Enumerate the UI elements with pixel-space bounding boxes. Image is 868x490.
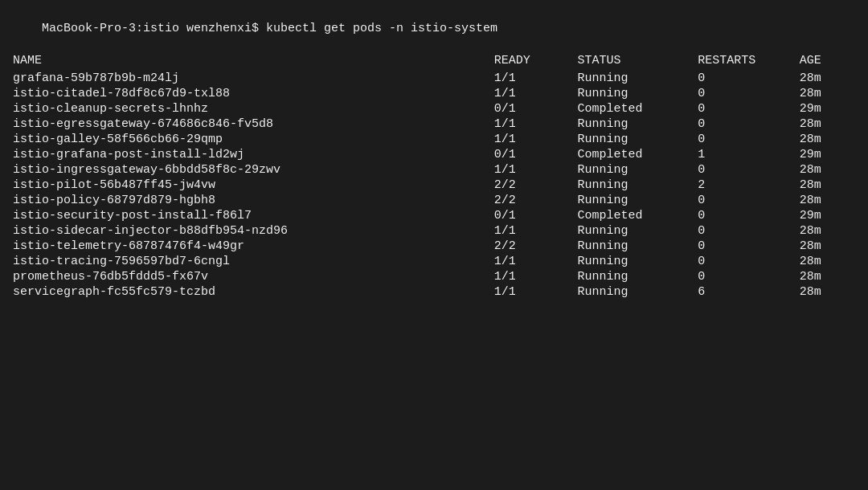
pod-ready: 1/1 xyxy=(494,71,578,86)
pod-ready: 0/1 xyxy=(494,101,578,116)
pod-status: Completed xyxy=(577,208,698,223)
pod-ready: 1/1 xyxy=(494,116,578,132)
pod-restarts: 0 xyxy=(698,101,800,116)
table-row: servicegraph-fc55fc579-tczbd 1/1 Running… xyxy=(13,284,855,300)
pod-name: istio-ingressgateway-6bbdd58f8c-29zwv xyxy=(13,162,494,178)
table-row: istio-egressgateway-674686c846-fv5d8 1/1… xyxy=(13,116,855,132)
pod-name: istio-sidecar-injector-b88dfb954-nzd96 xyxy=(13,223,494,239)
pod-status: Running xyxy=(577,162,698,178)
pod-restarts: 0 xyxy=(698,208,800,223)
pod-restarts: 0 xyxy=(698,116,800,132)
col-header-ready: READY xyxy=(494,54,578,71)
pod-ready: 1/1 xyxy=(494,86,578,101)
pod-age: 29m xyxy=(800,208,855,223)
pod-age: 28m xyxy=(800,178,855,193)
pod-name: istio-policy-68797d879-hgbh8 xyxy=(13,193,494,208)
pod-restarts: 0 xyxy=(698,162,800,178)
pod-status: Running xyxy=(577,239,698,254)
pod-ready: 1/1 xyxy=(494,269,578,284)
table-row: istio-security-post-install-f86l7 0/1 Co… xyxy=(13,208,855,223)
col-header-status: STATUS xyxy=(577,54,698,71)
pod-age: 29m xyxy=(800,101,855,116)
table-row: istio-citadel-78df8c67d9-txl88 1/1 Runni… xyxy=(13,86,855,101)
pod-age: 28m xyxy=(800,239,855,254)
pod-status: Running xyxy=(577,178,698,193)
table-row: grafana-59b787b9b-m24lj 1/1 Running 0 28… xyxy=(13,71,855,86)
pod-ready: 0/1 xyxy=(494,147,578,162)
pod-status: Running xyxy=(577,86,698,101)
prompt-line: MacBook-Pro-3:istio wenzhenxi$ kubectl g… xyxy=(13,8,855,49)
pod-status: Completed xyxy=(577,101,698,116)
pod-age: 29m xyxy=(800,147,855,162)
pod-status: Running xyxy=(577,223,698,239)
pod-ready: 1/1 xyxy=(494,223,578,239)
pod-restarts: 6 xyxy=(698,284,800,300)
pod-name: istio-grafana-post-install-ld2wj xyxy=(13,147,494,162)
table-row: istio-telemetry-68787476f4-w49gr 2/2 Run… xyxy=(13,239,855,254)
pod-name: istio-cleanup-secrets-lhnhz xyxy=(13,101,494,116)
pod-age: 28m xyxy=(800,71,855,86)
pod-age: 28m xyxy=(800,162,855,178)
table-row: istio-policy-68797d879-hgbh8 2/2 Running… xyxy=(13,193,855,208)
pod-age: 28m xyxy=(800,269,855,284)
col-header-name: NAME xyxy=(13,54,494,71)
table-row: istio-cleanup-secrets-lhnhz 0/1 Complete… xyxy=(13,101,855,116)
pod-name: istio-security-post-install-f86l7 xyxy=(13,208,494,223)
pod-age: 28m xyxy=(800,284,855,300)
col-header-age: AGE xyxy=(800,54,855,71)
pods-table: NAME READY STATUS RESTARTS AGE grafana-5… xyxy=(13,54,855,300)
pod-status: Completed xyxy=(577,147,698,162)
prompt-text: MacBook-Pro-3:istio wenzhenxi$ kubectl g… xyxy=(42,22,497,35)
pod-restarts: 1 xyxy=(698,147,800,162)
table-row: istio-pilot-56b487ff45-jw4vw 2/2 Running… xyxy=(13,178,855,193)
pod-name: prometheus-76db5fddd5-fx67v xyxy=(13,269,494,284)
pod-name: istio-tracing-7596597bd7-6cngl xyxy=(13,254,494,269)
pod-restarts: 0 xyxy=(698,223,800,239)
pod-restarts: 0 xyxy=(698,86,800,101)
pod-age: 28m xyxy=(800,223,855,239)
pod-restarts: 0 xyxy=(698,193,800,208)
pod-name: grafana-59b787b9b-m24lj xyxy=(13,71,494,86)
pod-age: 28m xyxy=(800,86,855,101)
terminal: MacBook-Pro-3:istio wenzhenxi$ kubectl g… xyxy=(0,0,868,490)
pod-status: Running xyxy=(577,116,698,132)
table-row: istio-sidecar-injector-b88dfb954-nzd96 1… xyxy=(13,223,855,239)
pod-ready: 2/2 xyxy=(494,239,578,254)
pod-restarts: 0 xyxy=(698,254,800,269)
table-row: istio-ingressgateway-6bbdd58f8c-29zwv 1/… xyxy=(13,162,855,178)
pod-restarts: 2 xyxy=(698,178,800,193)
pod-ready: 1/1 xyxy=(494,284,578,300)
pod-ready: 1/1 xyxy=(494,132,578,147)
pod-ready: 0/1 xyxy=(494,208,578,223)
pod-name: servicegraph-fc55fc579-tczbd xyxy=(13,284,494,300)
table-row: istio-galley-58f566cb66-29qmp 1/1 Runnin… xyxy=(13,132,855,147)
pod-name: istio-pilot-56b487ff45-jw4vw xyxy=(13,178,494,193)
pod-name: istio-telemetry-68787476f4-w49gr xyxy=(13,239,494,254)
table-row: istio-grafana-post-install-ld2wj 0/1 Com… xyxy=(13,147,855,162)
col-header-restarts: RESTARTS xyxy=(698,54,800,71)
pod-age: 28m xyxy=(800,116,855,132)
pod-name: istio-galley-58f566cb66-29qmp xyxy=(13,132,494,147)
pod-age: 28m xyxy=(800,254,855,269)
pod-name: istio-egressgateway-674686c846-fv5d8 xyxy=(13,116,494,132)
pod-ready: 2/2 xyxy=(494,178,578,193)
pod-status: Running xyxy=(577,71,698,86)
pod-status: Running xyxy=(577,254,698,269)
pod-restarts: 0 xyxy=(698,269,800,284)
pod-age: 28m xyxy=(800,132,855,147)
table-row: prometheus-76db5fddd5-fx67v 1/1 Running … xyxy=(13,269,855,284)
pod-restarts: 0 xyxy=(698,71,800,86)
pod-ready: 2/2 xyxy=(494,193,578,208)
pod-restarts: 0 xyxy=(698,239,800,254)
pod-restarts: 0 xyxy=(698,132,800,147)
pod-status: Running xyxy=(577,132,698,147)
pod-ready: 1/1 xyxy=(494,254,578,269)
pod-status: Running xyxy=(577,269,698,284)
table-row: istio-tracing-7596597bd7-6cngl 1/1 Runni… xyxy=(13,254,855,269)
pod-status: Running xyxy=(577,193,698,208)
pod-ready: 1/1 xyxy=(494,162,578,178)
pod-name: istio-citadel-78df8c67d9-txl88 xyxy=(13,86,494,101)
pod-age: 28m xyxy=(800,193,855,208)
pod-status: Running xyxy=(577,284,698,300)
